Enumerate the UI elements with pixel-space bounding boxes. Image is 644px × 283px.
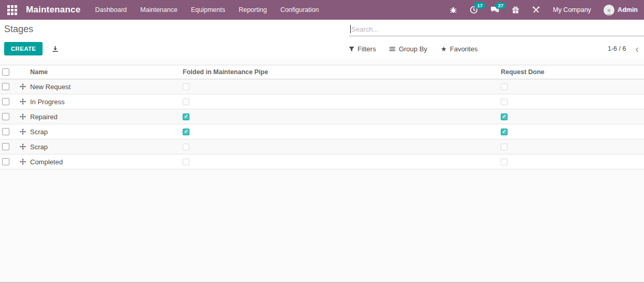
search-input[interactable]	[351, 25, 644, 33]
drag-handle-icon[interactable]	[20, 159, 26, 165]
user-name: Admin	[618, 6, 638, 13]
drag-handle-icon[interactable]	[20, 114, 26, 120]
menu-equipments[interactable]: Equipments	[191, 6, 225, 13]
group-by-button[interactable]: Group By	[389, 45, 427, 53]
group-by-lines-icon	[389, 46, 395, 52]
menu-reporting[interactable]: Reporting	[239, 6, 267, 13]
table-header-row: Name Folded in Maintenance Pipe Request …	[0, 65, 644, 79]
menu-configuration[interactable]: Configuration	[280, 6, 319, 13]
search-bar	[349, 23, 644, 36]
column-header-request-done[interactable]: Request Done	[497, 68, 644, 76]
row-select-checkbox[interactable]	[2, 113, 9, 120]
request-done-checkbox[interactable]	[501, 83, 508, 90]
bug-icon[interactable]	[449, 6, 457, 14]
row-select-checkbox[interactable]	[2, 143, 9, 150]
row-select-checkbox[interactable]	[2, 128, 9, 135]
favorites-label: Favorites	[450, 45, 477, 53]
folded-checkbox[interactable]	[183, 114, 189, 120]
company-switcher[interactable]: My Company	[553, 6, 591, 13]
gift-icon[interactable]	[512, 6, 519, 14]
activity-count-badge: 17	[474, 2, 485, 9]
table-row[interactable]: In Progress	[0, 94, 644, 109]
folded-checkbox[interactable]	[183, 98, 189, 105]
drag-handle-icon[interactable]	[20, 129, 26, 135]
stage-name: In Progress	[30, 98, 179, 106]
group-by-label: Group By	[399, 45, 427, 53]
filters-label: Filters	[358, 45, 376, 53]
request-done-checkbox[interactable]	[501, 114, 508, 120]
drag-handle-icon[interactable]	[20, 144, 26, 150]
request-done-checkbox[interactable]	[501, 144, 508, 150]
request-done-checkbox[interactable]	[501, 129, 508, 135]
filters-button[interactable]: Filters	[349, 45, 376, 53]
menu-dashboard[interactable]: Dashboard	[95, 6, 127, 13]
create-button[interactable]: CREATE	[4, 42, 43, 55]
stages-list-view: Name Folded in Maintenance Pipe Request …	[0, 65, 644, 169]
filter-funnel-icon	[349, 46, 354, 52]
user-menu[interactable]: Admin	[604, 5, 638, 16]
tools-icon[interactable]	[532, 6, 540, 14]
activities-clock-icon[interactable]: 17	[470, 6, 478, 14]
favorites-button[interactable]: ★ Favorites	[441, 45, 477, 53]
folded-checkbox[interactable]	[183, 144, 189, 150]
avatar	[604, 5, 614, 16]
row-select-checkbox[interactable]	[2, 98, 9, 105]
row-select-checkbox[interactable]	[2, 83, 9, 90]
app-brand[interactable]: Maintenance	[26, 5, 80, 15]
folded-checkbox[interactable]	[183, 159, 189, 165]
messages-chat-icon[interactable]: 27	[490, 6, 499, 14]
folded-checkbox[interactable]	[183, 129, 189, 135]
menu-maintenance[interactable]: Maintenance	[140, 6, 177, 13]
message-count-badge: 27	[495, 3, 506, 9]
pager: 1-6 / 6 ‹	[608, 44, 640, 54]
stage-name: Completed	[30, 158, 179, 166]
table-row[interactable]: New Request	[0, 79, 644, 94]
folded-checkbox[interactable]	[183, 83, 189, 90]
select-all-checkbox[interactable]	[2, 68, 9, 76]
pager-range: 1-6 / 6	[608, 45, 626, 52]
stage-name: Scrap	[30, 128, 179, 136]
drag-handle-icon[interactable]	[20, 83, 26, 90]
column-header-folded[interactable]: Folded in Maintenance Pipe	[179, 68, 497, 76]
request-done-checkbox[interactable]	[501, 159, 508, 165]
table-row[interactable]: Completed	[0, 154, 644, 169]
apps-menu-icon[interactable]	[5, 3, 19, 17]
table-row[interactable]: Repaired	[0, 109, 644, 124]
stage-name: Scrap	[30, 143, 179, 151]
column-header-name[interactable]: Name	[30, 68, 179, 76]
stage-name: New Request	[30, 83, 179, 91]
export-download-icon[interactable]	[52, 46, 59, 52]
stage-name: Repaired	[30, 113, 179, 121]
pager-previous-chevron[interactable]: ‹	[634, 44, 640, 54]
table-row[interactable]: Scrap	[0, 124, 644, 139]
star-icon: ★	[441, 45, 447, 53]
request-done-checkbox[interactable]	[501, 98, 508, 105]
control-panel: Stages CREATE Filters Group By	[0, 20, 644, 59]
main-menu: Dashboard Maintenance Equipments Reporti…	[95, 6, 319, 13]
drag-handle-icon[interactable]	[20, 98, 26, 105]
table-row[interactable]: Scrap	[0, 139, 644, 154]
top-navbar: Maintenance Dashboard Maintenance Equipm…	[0, 0, 644, 20]
page-title: Stages	[0, 24, 33, 35]
row-select-checkbox[interactable]	[2, 158, 9, 165]
